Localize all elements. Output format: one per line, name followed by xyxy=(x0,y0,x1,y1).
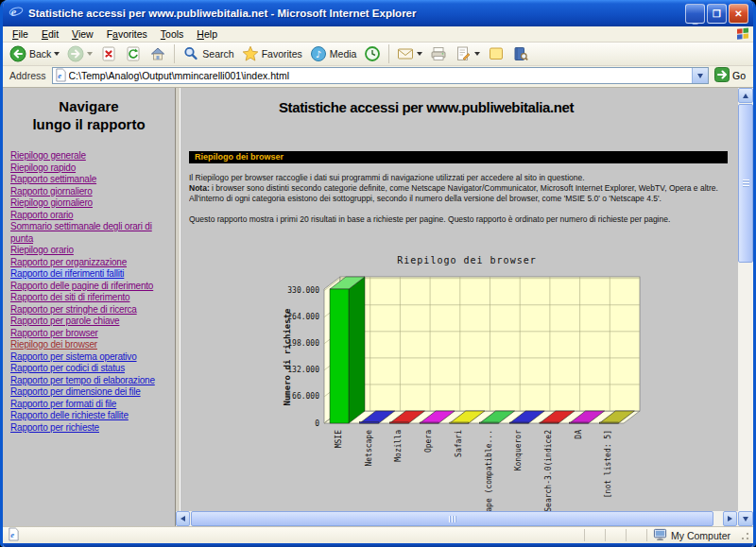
address-input-box: e xyxy=(52,67,709,84)
back-dropdown-icon xyxy=(54,52,60,56)
sidebar-link[interactable]: Rapporto per browser xyxy=(10,328,98,340)
forward-button[interactable] xyxy=(64,44,95,63)
back-button[interactable]: Back xyxy=(7,44,62,63)
vertical-scrollbar[interactable] xyxy=(738,88,753,526)
resize-grip[interactable] xyxy=(738,529,750,541)
description-line: All'interno di ogni categoria esistono d… xyxy=(189,194,738,204)
horizontal-scroll-thumb[interactable] xyxy=(191,511,713,526)
home-button[interactable] xyxy=(146,44,169,63)
sidebar-link[interactable]: Sommario settimanale degli orari di punt… xyxy=(10,221,173,245)
svg-text:Mozilla: Mozilla xyxy=(394,430,403,462)
search-icon xyxy=(182,45,199,62)
svg-text:Konqueror: Konqueror xyxy=(514,430,523,471)
scroll-down-icon xyxy=(743,517,748,521)
menu-item-file[interactable]: File xyxy=(6,27,35,41)
sidebar-link[interactable]: Rapporto orario xyxy=(10,210,73,222)
section-header: Riepilogo dei browser xyxy=(189,151,728,163)
stop-button[interactable] xyxy=(97,44,120,63)
menu-item-help[interactable]: Help xyxy=(190,27,224,41)
svg-text:DA: DA xyxy=(575,430,583,439)
stop-icon xyxy=(100,45,117,62)
svg-text:e: e xyxy=(11,5,17,19)
sidebar-link[interactable]: Rapporto dei siti di riferimento xyxy=(10,292,129,304)
scroll-left-icon xyxy=(180,516,185,521)
sidebar-link[interactable]: Rapporto delle richieste fallite xyxy=(10,410,129,422)
sidebar-link[interactable]: Rapporto dei riferimenti falliti xyxy=(10,268,124,281)
sidebar-link[interactable]: Rapporto per tempo di elaborazione xyxy=(10,375,155,387)
description-line: Questo rapporto mostra i primi 20 risult… xyxy=(189,214,738,225)
status-pane xyxy=(626,529,646,541)
back-label: Back xyxy=(29,48,51,60)
discuss-button[interactable] xyxy=(485,44,507,63)
address-bar: Address e Go xyxy=(3,66,753,88)
toolbar: Back Search Favorites ♪ Media xyxy=(3,43,753,66)
windows-flag-icon xyxy=(735,26,750,42)
thumb-grip-icon xyxy=(449,516,456,522)
sidebar-link[interactable]: Riepilogo rapido xyxy=(10,162,76,175)
menu-bar: FileEditViewFavoritesToolsHelp xyxy=(3,26,753,43)
svg-text:Riepilogo dei browser: Riepilogo dei browser xyxy=(397,255,536,265)
svg-text:330.000: 330.000 xyxy=(287,286,319,295)
sidebar-link[interactable]: Rapporto per stringhe di ricerca xyxy=(10,304,137,316)
search-button[interactable]: Search xyxy=(180,44,236,63)
vertical-scroll-thumb[interactable] xyxy=(738,104,753,263)
sidebar-link[interactable]: Rapporto per codici di status xyxy=(10,363,125,375)
sidebar-link[interactable]: Rapporto per parole chiave xyxy=(10,316,119,328)
go-button[interactable]: Go xyxy=(714,67,749,84)
sidebar-link[interactable]: Rapporto settimanale xyxy=(10,174,96,186)
mail-button[interactable] xyxy=(394,44,425,63)
browser-chart: 066.000132.000198.000264.000330.000MSIEN… xyxy=(269,248,647,511)
chevron-down-icon xyxy=(697,74,703,78)
media-button[interactable]: ♪ Media xyxy=(307,44,360,63)
sidebar-link[interactable]: Riepilogo orario xyxy=(10,245,74,257)
sidebar-link[interactable]: Rapporto giornaliero xyxy=(10,186,93,198)
sidebar-link[interactable]: Riepilogo generale xyxy=(10,150,86,162)
description-line: Il Riepilogo per browser raccoglie i dat… xyxy=(189,173,738,183)
menu-item-favorites[interactable]: Favorites xyxy=(100,27,154,41)
sidebar-link[interactable]: Rapporto per dimensione dei file xyxy=(10,386,141,399)
address-dropdown-button[interactable] xyxy=(692,68,708,83)
ie-logo-icon: e xyxy=(9,4,24,23)
back-icon xyxy=(9,45,26,62)
horizontal-scrollbar[interactable] xyxy=(176,511,738,526)
media-label: Media xyxy=(330,48,357,60)
window-title: Statistiche accessi per www.publiwebital… xyxy=(28,8,683,19)
my-computer-icon xyxy=(653,528,667,543)
report-description: Il Riepilogo per browser raccoglie i dat… xyxy=(189,173,738,225)
print-icon xyxy=(430,45,447,62)
edit-button[interactable] xyxy=(452,44,483,63)
research-button[interactable] xyxy=(509,44,532,63)
sidebar-link[interactable]: Rapporto per formati di file xyxy=(10,399,116,411)
sidebar-link[interactable]: Rapporto per richieste xyxy=(10,422,99,435)
page-title: Statistiche accessi per www.publiwebital… xyxy=(180,99,672,115)
history-button[interactable] xyxy=(361,44,384,63)
sidebar-link[interactable]: Riepilogo giornaliero xyxy=(10,197,93,210)
mail-icon xyxy=(397,45,414,62)
page-icon: e xyxy=(55,68,67,84)
menu-item-view[interactable]: View xyxy=(65,27,100,41)
menu-item-edit[interactable]: Edit xyxy=(35,27,65,41)
maximize-button[interactable]: ❒ xyxy=(707,4,727,24)
favorites-button[interactable]: Favorites xyxy=(239,44,305,63)
favorites-label: Favorites xyxy=(262,48,302,60)
menu-item-tools[interactable]: Tools xyxy=(154,27,191,41)
svg-text:e: e xyxy=(10,530,14,539)
sidebar-link[interactable]: Riepilogo dei browser xyxy=(10,339,97,351)
go-icon xyxy=(714,67,730,84)
minimize-button[interactable]: _ xyxy=(685,4,705,24)
sidebar-link[interactable]: Rapporto per organizzazione xyxy=(10,257,127,269)
address-input[interactable] xyxy=(67,70,692,81)
svg-text:Safari: Safari xyxy=(455,430,463,457)
browser-window: e Statistiche accessi per www.publiwebit… xyxy=(0,0,756,547)
status-bar: e My Computer xyxy=(3,526,753,543)
sidebar-nav: Riepilogo generaleRiepilogo rapidoRappor… xyxy=(10,150,175,434)
title-bar[interactable]: e Statistiche accessi per www.publiwebit… xyxy=(3,0,753,26)
sidebar-link[interactable]: Rapporto per sistema operativo xyxy=(10,351,137,364)
svg-text:e: e xyxy=(58,71,61,80)
research-icon xyxy=(512,45,529,62)
close-button[interactable]: ✕ xyxy=(729,4,748,24)
refresh-button[interactable] xyxy=(122,44,145,63)
print-button[interactable] xyxy=(427,44,450,63)
sidebar-link[interactable]: Rapporto delle pagine di riferimento xyxy=(10,281,153,293)
thumb-grip-icon xyxy=(743,179,749,187)
